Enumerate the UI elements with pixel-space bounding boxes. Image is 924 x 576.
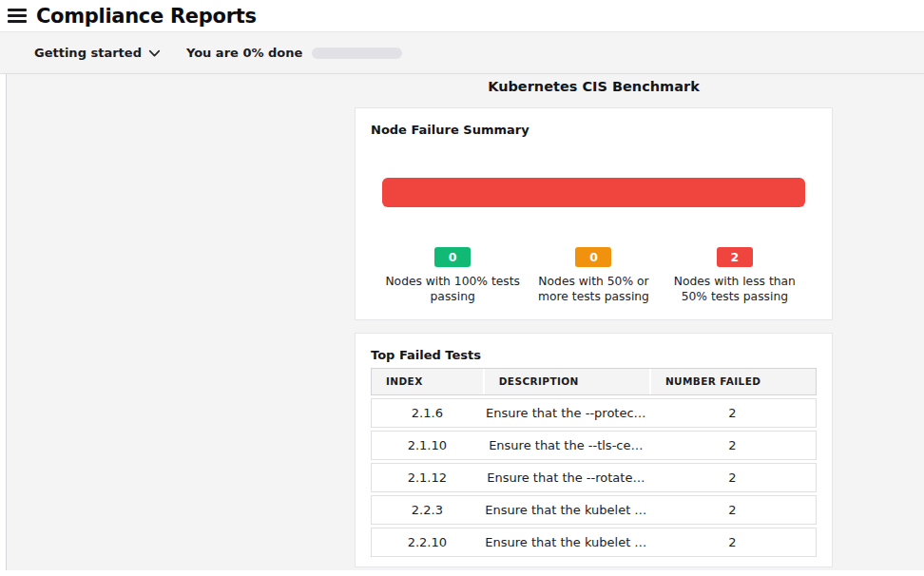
stat-nodes-50-or-more-passing: 0 Nodes with 50% or more tests passing (523, 247, 664, 304)
app-header: Compliance Reports (0, 0, 924, 32)
cell-number-failed: 2 (649, 535, 816, 549)
top-failed-tests-title: Top Failed Tests (371, 347, 817, 363)
report-pane: Kubernetes CIS Benchmark Node Failure Su… (6, 74, 924, 570)
stat-badge-red: 2 (717, 247, 753, 267)
progress-bar (312, 48, 402, 59)
cell-number-failed: 2 (649, 503, 816, 517)
cell-index: 2.1.10 (372, 438, 483, 452)
cell-description: Ensure that the kubelet … (483, 535, 649, 549)
table-row: 2.1.6 Ensure that the --protec… 2 (371, 398, 817, 428)
node-failure-stats-row: 0 Nodes with 100% tests passing 0 Nodes … (382, 247, 805, 304)
stat-nodes-100-passing: 0 Nodes with 100% tests passing (382, 247, 523, 304)
node-failure-summary-title: Node Failure Summary (371, 122, 817, 138)
node-failure-bar-chart (382, 178, 805, 207)
report-column: Kubernetes CIS Benchmark Node Failure Su… (355, 74, 833, 567)
node-failure-summary-card: Node Failure Summary 0 Nodes with 100% t… (355, 107, 833, 320)
column-header-number-failed: NUMBER FAILED (649, 369, 816, 394)
page-title: Compliance Reports (36, 4, 257, 29)
stat-label: Nodes with less than 50% tests passing (667, 274, 802, 304)
cell-description: Ensure that the --rotate… (483, 470, 649, 485)
cell-index: 2.2.3 (372, 503, 483, 517)
cell-description: Ensure that the --tls-ce… (483, 438, 649, 452)
failing-nodes-bar-segment (382, 178, 805, 207)
cell-description: Ensure that the --protec… (483, 406, 649, 420)
table-row: 2.1.10 Ensure that the --tls-ce… 2 (371, 431, 817, 460)
top-failed-tests-table: INDEX DESCRIPTION NUMBER FAILED 2.1.6 En… (371, 368, 817, 557)
cell-number-failed: 2 (649, 406, 816, 420)
table-row: 2.1.12 Ensure that the --rotate… 2 (371, 463, 817, 492)
column-header-description: DESCRIPTION (483, 369, 649, 394)
table-row: 2.2.3 Ensure that the kubelet … 2 (371, 495, 817, 525)
getting-started-bar: Getting started You are 0% done (0, 32, 924, 74)
stat-label: Nodes with 50% or more tests passing (526, 274, 661, 304)
content-area: Kubernetes CIS Benchmark Node Failure Su… (0, 74, 924, 576)
stat-nodes-less-than-50-passing: 2 Nodes with less than 50% tests passing (664, 247, 805, 304)
cell-number-failed: 2 (649, 470, 816, 485)
table-header-row: INDEX DESCRIPTION NUMBER FAILED (371, 368, 817, 395)
getting-started-dropdown[interactable]: Getting started (34, 44, 161, 62)
getting-started-label: Getting started (34, 46, 142, 60)
column-header-index: INDEX (372, 369, 483, 394)
cell-index: 2.1.6 (372, 406, 483, 420)
cell-index: 2.1.12 (372, 470, 483, 485)
table-row: 2.2.10 Ensure that the kubelet … 2 (371, 528, 817, 557)
progress-text: You are 0% done (186, 46, 302, 60)
cell-index: 2.2.10 (372, 535, 483, 549)
report-title: Kubernetes CIS Benchmark (355, 79, 833, 95)
top-failed-tests-card: Top Failed Tests INDEX DESCRIPTION NUMBE… (355, 333, 833, 567)
stat-badge-green: 0 (434, 247, 471, 267)
stat-badge-orange: 0 (575, 247, 611, 267)
stat-label: Nodes with 100% tests passing (385, 274, 520, 304)
chevron-down-icon (148, 44, 161, 62)
cell-description: Ensure that the kubelet … (483, 503, 649, 517)
cell-number-failed: 2 (649, 438, 816, 452)
menu-icon[interactable] (8, 9, 27, 23)
